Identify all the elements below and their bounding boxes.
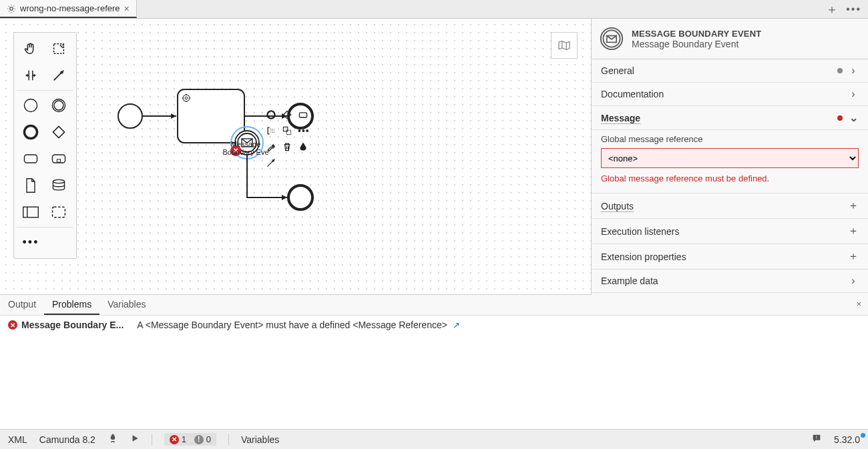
- group-example-data[interactable]: Example data ›: [592, 270, 868, 293]
- ctx-replace-icon[interactable]: [282, 125, 292, 139]
- group-general[interactable]: General ›: [592, 59, 868, 83]
- svg-text:!: !: [816, 435, 817, 440]
- svg-rect-24: [283, 127, 287, 131]
- diagram-canvas[interactable]: ••• ✕: [0, 19, 591, 295]
- ctx-event-icon[interactable]: [266, 109, 276, 123]
- ctx-connect-icon[interactable]: [266, 157, 276, 171]
- svg-rect-22: [283, 111, 290, 118]
- problem-row[interactable]: ✕ Message Boundary E...: [8, 320, 124, 330]
- message-ref-error: Global message reference must be defined…: [601, 173, 859, 183]
- problem-description: A <Message Boundary Event> must have a d…: [137, 320, 447, 330]
- message-ref-select[interactable]: <none>: [601, 148, 859, 168]
- status-bar: XML Camunda 8.2 ✕1 !0 Variables ! 5.32.0: [0, 429, 868, 449]
- tab-output[interactable]: Output: [0, 295, 44, 315]
- file-tab-title: wrong-no-message-refere: [20, 3, 120, 13]
- status-variables[interactable]: Variables: [241, 434, 279, 445]
- ctx-wrench-icon[interactable]: [266, 141, 276, 155]
- tab-bar: wrong-no-message-refere × ＋ •••: [0, 0, 868, 19]
- props-header: MESSAGE BOUNDARY EVENT Message Boundary …: [592, 19, 868, 59]
- error-icon: ✕: [8, 320, 17, 330]
- group-ext-label: Extension properties: [601, 252, 848, 262]
- ctx-task-icon[interactable]: [298, 109, 308, 123]
- props-element-name: Message Boundary Event: [632, 39, 761, 49]
- problems-list: ✕ Message Boundary E... A <Message Bound…: [0, 316, 868, 334]
- tab-variables[interactable]: Variables: [99, 295, 154, 315]
- group-execution-listeners[interactable]: Execution listeners ＋: [592, 219, 868, 244]
- start-event[interactable]: [118, 104, 142, 128]
- plus-icon[interactable]: ＋: [848, 224, 859, 238]
- group-documentation-label: Documentation: [601, 89, 848, 99]
- end-event-2[interactable]: [288, 185, 312, 209]
- ctx-annotation-icon[interactable]: [266, 125, 276, 139]
- ctx-delete-icon[interactable]: [282, 141, 292, 155]
- status-error-count: 1: [182, 434, 186, 444]
- svg-rect-25: [286, 130, 290, 134]
- new-tab-icon[interactable]: ＋: [826, 1, 838, 17]
- props-type-label: MESSAGE BOUNDARY EVENT: [632, 29, 761, 39]
- feedback-icon[interactable]: !: [811, 433, 822, 446]
- warning-icon: !: [194, 435, 204, 444]
- file-tab[interactable]: wrong-no-message-refere ×: [0, 0, 137, 18]
- ctx-gateway-icon[interactable]: [282, 109, 292, 123]
- status-xml[interactable]: XML: [8, 434, 27, 445]
- close-panel-icon[interactable]: ×: [849, 295, 868, 315]
- group-documentation[interactable]: Documentation ›: [592, 83, 868, 106]
- group-exec-label: Execution listeners: [601, 226, 848, 237]
- group-example-label: Example data: [601, 276, 848, 286]
- more-icon[interactable]: •••: [846, 3, 861, 15]
- group-message[interactable]: Message ⌄: [592, 106, 868, 130]
- status-version[interactable]: 5.32.0: [834, 434, 860, 445]
- plus-icon[interactable]: ＋: [848, 199, 859, 213]
- group-outputs-label: Outputs: [601, 201, 634, 212]
- bottom-panel: Output Problems Variables × ✕ Message Bo…: [0, 295, 868, 441]
- message-event-icon: [600, 27, 624, 51]
- group-extension-properties[interactable]: Extension properties ＋: [592, 244, 868, 270]
- ctx-more-icon[interactable]: •••: [298, 125, 310, 139]
- edited-dot-icon: [837, 68, 843, 73]
- context-pad: •••: [266, 109, 310, 171]
- error-dot-icon: [837, 115, 843, 121]
- rocket-icon[interactable]: [107, 433, 118, 446]
- chevron-right-icon: ›: [848, 275, 859, 287]
- chevron-right-icon: ›: [848, 65, 859, 77]
- svg-point-21: [267, 111, 274, 118]
- status-warning-count: 0: [206, 434, 211, 444]
- group-outputs[interactable]: Outputs ＋: [592, 193, 868, 219]
- message-ref-label: Global message reference: [601, 134, 859, 144]
- close-tab-icon[interactable]: ×: [124, 3, 130, 14]
- group-general-label: General: [601, 65, 837, 76]
- bottom-tabs: Output Problems Variables ×: [0, 295, 868, 316]
- ctx-color-icon[interactable]: [298, 141, 308, 155]
- status-engine[interactable]: Camunda 8.2: [39, 434, 95, 445]
- tab-problems[interactable]: Problems: [44, 295, 99, 315]
- plus-icon[interactable]: ＋: [848, 250, 859, 264]
- boundary-event-label: MessageBoundary Eve: [219, 140, 272, 156]
- play-icon[interactable]: [130, 434, 140, 445]
- chevron-down-icon: ⌄: [848, 111, 859, 124]
- svg-rect-23: [299, 113, 306, 117]
- problem-element-name: Message Boundary E...: [21, 320, 124, 330]
- external-link-icon[interactable]: ↗: [453, 320, 460, 330]
- properties-panel: MESSAGE BOUNDARY EVENT Message Boundary …: [591, 19, 868, 295]
- group-message-label: Message: [601, 113, 640, 124]
- status-problems[interactable]: ✕1 !0: [164, 433, 216, 446]
- error-icon: ✕: [170, 435, 179, 444]
- chevron-right-icon: ›: [848, 88, 859, 100]
- gear-icon: [7, 4, 16, 13]
